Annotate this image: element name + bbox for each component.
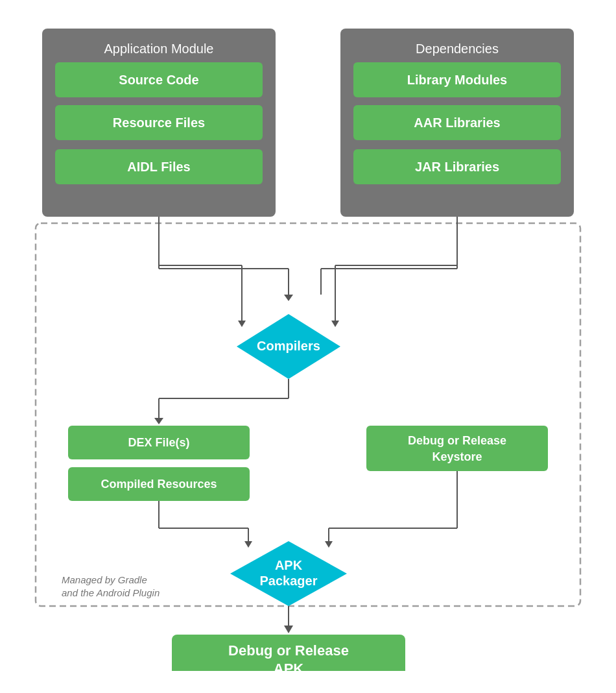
compilers-label: Compilers (257, 339, 320, 353)
keystore-label-2: Keystore (432, 450, 482, 463)
svg-marker-23 (331, 321, 339, 327)
svg-marker-34 (244, 541, 252, 548)
diagram: Application Module Source Code Resource … (16, 9, 600, 684)
apk-packager-label-2: Packager (260, 574, 318, 588)
keystore-label-1: Debug or Release (408, 434, 506, 447)
svg-marker-27 (154, 418, 163, 424)
aidl-files-label: AIDL Files (127, 160, 190, 174)
svg-rect-30 (366, 426, 548, 471)
app-module-title: Application Module (104, 42, 214, 56)
svg-marker-40 (284, 626, 293, 633)
output-apk-label-1: Debug or Release (228, 642, 349, 659)
apk-packager-label-1: APK (275, 558, 303, 572)
jar-libraries-label: JAR Libraries (415, 160, 499, 174)
svg-marker-12 (284, 295, 293, 301)
aar-libraries-label: AAR Libraries (414, 116, 500, 130)
library-modules-label: Library Modules (407, 73, 507, 87)
dex-files-label: DEX File(s) (128, 436, 189, 449)
svg-rect-8 (36, 223, 580, 606)
gradle-label-2: and the Android Plugin (62, 587, 160, 598)
svg-marker-38 (325, 541, 333, 548)
resource-files-label: Resource Files (113, 116, 205, 130)
gradle-label-1: Managed by Gradle (62, 574, 147, 585)
dependencies-title: Dependencies (416, 42, 499, 56)
source-code-label: Source Code (119, 73, 198, 87)
svg-marker-19 (238, 321, 246, 327)
output-apk-label-2: APK (274, 661, 304, 671)
compiled-resources-label: Compiled Resources (101, 478, 217, 491)
